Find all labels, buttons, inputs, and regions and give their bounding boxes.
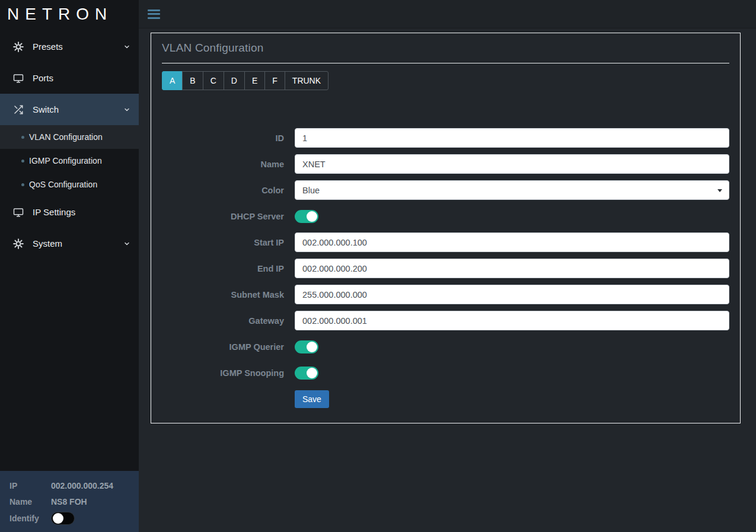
gear-icon	[13, 238, 25, 249]
ip-label: IP	[9, 481, 51, 490]
sidebar-nav: PresetsPortsSwitchVLAN ConfigurationIGMP…	[0, 28, 139, 259]
igmp-snooping-row: IGMP Snooping	[162, 363, 729, 383]
gateway-input[interactable]	[295, 311, 729, 330]
shuffle-icon	[13, 104, 25, 115]
panel-divider	[162, 63, 729, 63]
sidebar-item-label: Presets	[33, 42, 63, 52]
color-row: ColorBlue	[162, 180, 729, 200]
identify-label: Identify	[9, 514, 51, 523]
app-root: NETRON PresetsPortsSwitchVLAN Configurat…	[0, 0, 756, 532]
status-ip-row: IP 002.000.000.254	[9, 480, 129, 492]
save-row: Save	[162, 389, 729, 409]
bullet-icon	[21, 160, 24, 163]
sidebar-item-presets[interactable]: Presets	[0, 31, 139, 62]
dhcp-server-toggle[interactable]	[295, 210, 318, 223]
name-label: Name	[162, 160, 295, 169]
start-ip-label: Start IP	[162, 238, 295, 247]
device-name-value: NS8 FOH	[51, 497, 87, 506]
end-ip-input[interactable]	[295, 259, 729, 278]
start-ip-row: Start IP	[162, 232, 729, 252]
color-label: Color	[162, 186, 295, 195]
sidebar: NETRON PresetsPortsSwitchVLAN Configurat…	[0, 0, 139, 532]
toggle-knob	[307, 368, 317, 378]
sidebar-subitem-igmp-configuration[interactable]: IGMP Configuration	[0, 149, 139, 173]
gateway-label: Gateway	[162, 316, 295, 326]
igmp-snooping-toggle[interactable]	[295, 367, 318, 380]
sidebar-subitem-label: VLAN Configuration	[29, 132, 103, 142]
vlan-tab-a[interactable]: A	[162, 71, 183, 90]
start-ip-input[interactable]	[295, 232, 729, 252]
sidebar-item-switch[interactable]: Switch	[0, 94, 139, 125]
netron-logo: NETRON	[0, 0, 139, 28]
end-ip-row: End IP	[162, 259, 729, 278]
device-status-panel: IP 002.000.000.254 Name NS8 FOH Identify	[0, 471, 139, 532]
identify-toggle[interactable]	[51, 512, 75, 525]
dhcp-server-label: DHCP Server	[162, 212, 295, 221]
vlan-tab-f[interactable]: F	[264, 71, 285, 90]
vlan-form-rows: IDNameColorBlueDHCP ServerStart IPEnd IP…	[162, 128, 729, 383]
gateway-row: Gateway	[162, 311, 729, 330]
vlan-form: IDNameColorBlueDHCP ServerStart IPEnd IP…	[162, 128, 729, 409]
monitor-icon	[13, 207, 25, 218]
panel-title: VLAN Configuration	[162, 42, 729, 55]
bullet-icon	[21, 183, 24, 186]
vlan-tab-d[interactable]: D	[224, 71, 245, 90]
status-identify-row: Identify	[9, 512, 129, 525]
toggle-knob	[307, 342, 317, 352]
igmp-snooping-label: IGMP Snooping	[162, 368, 295, 378]
main-area: VLAN Configuration ABCDEFTRUNK IDNameCol…	[139, 0, 756, 532]
subnet-mask-row: Subnet Mask	[162, 285, 729, 304]
sidebar-item-label: System	[33, 238, 62, 249]
id-row: ID	[162, 128, 729, 148]
sidebar-submenu-switch: VLAN ConfigurationIGMP ConfigurationQoS …	[0, 125, 139, 196]
name-row: Name	[162, 154, 729, 174]
end-ip-label: End IP	[162, 264, 295, 273]
gear-icon	[13, 42, 25, 52]
dhcp-server-row: DHCP Server	[162, 206, 729, 226]
toggle-knob	[307, 211, 317, 222]
vlan-tabs: ABCDEFTRUNK	[162, 71, 729, 90]
topbar	[139, 0, 756, 28]
vlan-tab-e[interactable]: E	[244, 71, 265, 90]
sidebar-item-ports[interactable]: Ports	[0, 62, 139, 94]
igmp-querier-label: IGMP Querier	[162, 342, 295, 352]
subnet-mask-label: Subnet Mask	[162, 290, 295, 300]
content-area: VLAN Configuration ABCDEFTRUNK IDNameCol…	[139, 28, 756, 532]
subnet-mask-input[interactable]	[295, 285, 729, 304]
chevron-down-icon	[123, 240, 130, 247]
chevron-down-icon	[123, 43, 130, 50]
color-select-wrap: Blue	[295, 180, 729, 200]
sidebar-item-ip-settings[interactable]: IP Settings	[0, 196, 139, 228]
sidebar-subitem-qos-configuration[interactable]: QoS Configuration	[0, 173, 139, 196]
vlan-tab-trunk[interactable]: TRUNK	[285, 71, 328, 90]
id-label: ID	[162, 133, 295, 143]
color-select[interactable]: Blue	[295, 180, 729, 200]
vlan-configuration-panel: VLAN Configuration ABCDEFTRUNK IDNameCol…	[151, 33, 741, 423]
name-input[interactable]	[295, 154, 729, 174]
sidebar-item-label: Switch	[33, 104, 59, 114]
sidebar-subitem-vlan-configuration[interactable]: VLAN Configuration	[0, 125, 139, 149]
hamburger-menu-icon[interactable]	[148, 7, 160, 21]
ip-value: 002.000.000.254	[51, 481, 113, 490]
sidebar-item-label: IP Settings	[33, 207, 75, 217]
igmp-querier-row: IGMP Querier	[162, 337, 729, 356]
monitor-icon	[13, 73, 25, 84]
bullet-icon	[21, 136, 24, 139]
igmp-querier-toggle[interactable]	[295, 340, 318, 353]
vlan-tab-b[interactable]: B	[182, 71, 203, 90]
save-button[interactable]: Save	[295, 390, 329, 408]
sidebar-subitem-label: IGMP Configuration	[29, 156, 102, 165]
status-name-row: Name NS8 FOH	[9, 496, 129, 508]
vlan-tab-c[interactable]: C	[203, 71, 224, 90]
toggle-knob	[53, 513, 63, 524]
sidebar-item-system[interactable]: System	[0, 228, 139, 259]
device-name-label: Name	[9, 497, 51, 506]
sidebar-item-label: Ports	[33, 73, 53, 83]
sidebar-subitem-label: QoS Configuration	[29, 180, 97, 189]
chevron-down-icon	[123, 106, 130, 113]
id-input[interactable]	[295, 128, 729, 148]
